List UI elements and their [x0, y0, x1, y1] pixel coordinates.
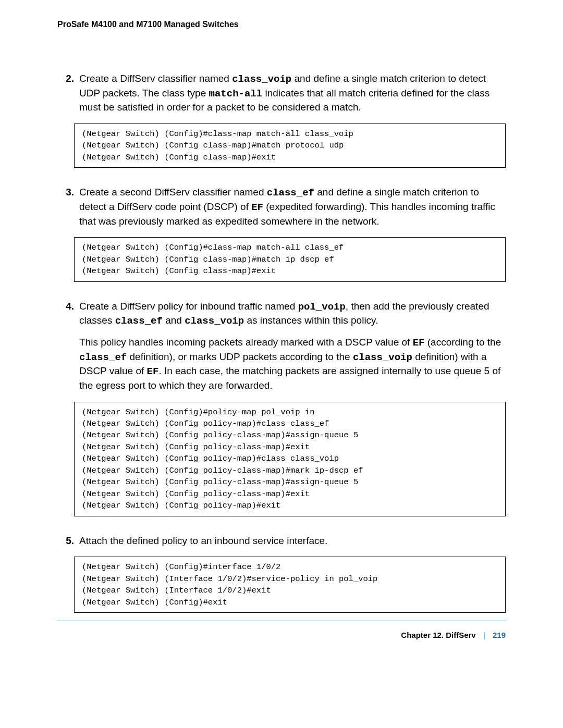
step-row: 3.Create a second DiffServ classifier na…: [57, 186, 506, 228]
page-footer: Chapter 12. DiffServ | 219: [57, 621, 506, 639]
step-row: 5.Attach the defined policy to an inboun…: [57, 534, 506, 548]
step-body: Attach the defined policy to an inbound …: [79, 534, 506, 548]
step-row: 4.Create a DiffServ policy for inbound t…: [57, 300, 506, 392]
footer-separator: |: [478, 631, 491, 639]
step-body: Create a DiffServ classifier named class…: [79, 72, 506, 114]
text-segment: definition), or marks UDP packets accord…: [127, 351, 353, 362]
footer-page-number: 219: [493, 631, 506, 639]
document-page: ProSafe M4100 and M7100 Managed Switches…: [0, 0, 563, 728]
inline-code: class_voip: [185, 315, 244, 327]
step-paragraph: This policy handles incoming packets alr…: [79, 336, 506, 392]
inline-code: class_ef: [79, 352, 127, 363]
running-header: ProSafe M4100 and M7100 Managed Switches: [57, 20, 506, 29]
inline-code: class_ef: [115, 315, 163, 327]
step-paragraph: Attach the defined policy to an inbound …: [79, 534, 506, 548]
inline-code: class_voip: [232, 73, 291, 85]
step-body: Create a DiffServ policy for inbound tra…: [79, 300, 506, 392]
step-item: 4.Create a DiffServ policy for inbound t…: [57, 300, 506, 516]
inline-code: class_voip: [353, 352, 412, 363]
code-block: (Netgear Switch) (Config)#interface 1/0/…: [74, 557, 506, 613]
inline-code: match-all: [209, 88, 263, 100]
step-item: 2.Create a DiffServ classifier named cla…: [57, 72, 506, 168]
step-row: 2.Create a DiffServ classifier named cla…: [57, 72, 506, 114]
text-segment: Create a second DiffServ classifier name…: [79, 187, 267, 198]
text-segment: This policy handles incoming packets alr…: [79, 337, 413, 348]
step-item: 5.Attach the defined policy to an inboun…: [57, 534, 506, 613]
text-segment: Create a DiffServ policy for inbound tra…: [79, 301, 298, 312]
inline-code: EF: [251, 202, 263, 213]
inline-code: pol_voip: [298, 301, 346, 313]
text-segment: Attach the defined policy to an inbound …: [79, 535, 327, 546]
code-block: (Netgear Switch) (Config)#class-map matc…: [74, 237, 506, 281]
step-number: 5.: [57, 534, 79, 548]
step-number: 2.: [57, 72, 79, 85]
text-segment: and: [163, 315, 185, 326]
text-segment: Create a DiffServ classifier named: [79, 73, 232, 84]
inline-code: EF: [413, 337, 425, 349]
step-paragraph: Create a DiffServ classifier named class…: [79, 72, 506, 114]
step-list: 2.Create a DiffServ classifier named cla…: [57, 72, 506, 613]
step-number: 4.: [57, 300, 79, 313]
text-segment: as instances within this policy.: [244, 315, 378, 326]
step-body: Create a second DiffServ classifier name…: [79, 186, 506, 228]
inline-code: EF: [147, 366, 159, 377]
step-paragraph: Create a DiffServ policy for inbound tra…: [79, 300, 506, 328]
footer-chapter-label: Chapter 12. DiffServ: [401, 631, 475, 639]
step-number: 3.: [57, 186, 79, 199]
text-segment: (according to the: [424, 337, 501, 348]
step-paragraph: Create a second DiffServ classifier name…: [79, 186, 506, 228]
code-block: (Netgear Switch) (Config)#policy-map pol…: [74, 402, 506, 516]
step-item: 3.Create a second DiffServ classifier na…: [57, 186, 506, 281]
code-block: (Netgear Switch) (Config)#class-map matc…: [74, 124, 506, 168]
inline-code: class_ef: [267, 187, 314, 199]
